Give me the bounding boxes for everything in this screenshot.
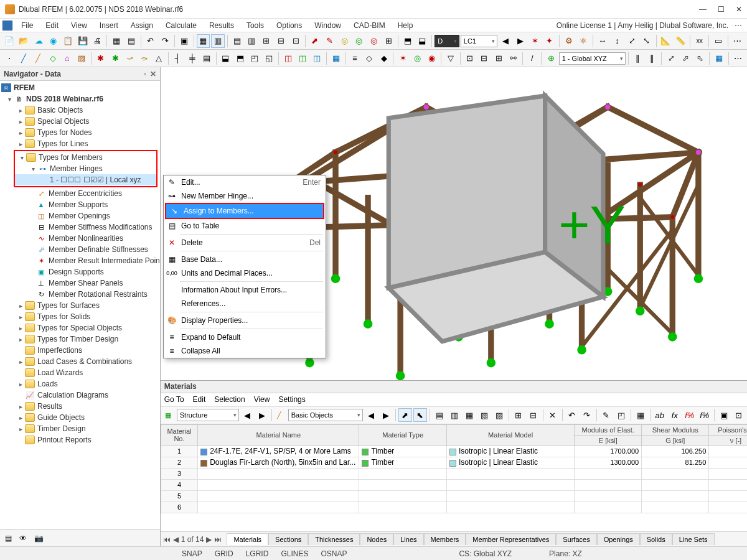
menu-tools[interactable]: Tools — [240, 20, 270, 31]
tree-design-supports[interactable]: Design Supports — [49, 268, 104, 276]
tab-members[interactable]: Members — [424, 533, 466, 545]
t2-e-icon[interactable]: ⌂ — [60, 52, 73, 65]
tree-member-stiffness[interactable]: Member Stiffness Modifications — [49, 223, 153, 231]
cm-new-hinge[interactable]: ⊶New Member Hinge... — [164, 189, 326, 203]
select1-icon[interactable]: ⬈ — [308, 34, 322, 48]
sb-glines[interactable]: GLINES — [277, 549, 312, 558]
mat-menu-edit[interactable]: Edit — [193, 395, 206, 404]
t2-x-icon[interactable]: ◇ — [363, 52, 376, 65]
t2-u-icon[interactable]: ◫ — [311, 52, 324, 65]
mat-d-icon[interactable]: ▥ — [448, 408, 461, 422]
tree-types-timber[interactable]: Types for Timber Design — [37, 335, 118, 343]
tree-types-special[interactable]: Types for Special Objects — [37, 324, 122, 332]
t2-l-icon[interactable]: ┤ — [171, 52, 184, 65]
lc-next-icon[interactable]: ▶ — [514, 34, 527, 48]
tree-member-resint[interactable]: Member Result Intermediate Poin — [49, 256, 160, 265]
menu-options[interactable]: Options — [270, 20, 308, 31]
axis-y-icon[interactable]: ↕ — [611, 34, 624, 48]
close-button[interactable]: ✕ — [736, 5, 742, 14]
sb-grid[interactable]: GRID — [211, 549, 237, 558]
table-row[interactable]: 5 — [161, 490, 747, 502]
t2-p-icon[interactable]: ⬒ — [233, 52, 247, 65]
tabs-next-icon[interactable]: ▶ — [206, 535, 212, 544]
select6-icon[interactable]: ⊞ — [382, 34, 395, 48]
lc-prev-icon[interactable]: ◀ — [499, 34, 512, 48]
table-row[interactable]: 4 — [161, 479, 747, 490]
copy-icon[interactable]: 📋 — [62, 34, 75, 48]
menu-edit[interactable]: Edit — [39, 20, 65, 31]
tree-guide-objects[interactable]: Guide Objects — [37, 413, 85, 422]
xx-icon[interactable]: xx — [693, 34, 707, 48]
mat-u-icon[interactable]: ⊡ — [732, 408, 746, 422]
cm-collapse[interactable]: ≡Collapse All — [164, 344, 326, 358]
lc-combo[interactable]: LC1 — [461, 35, 497, 47]
tree-imperfections[interactable]: Imperfections — [37, 346, 82, 355]
t2-hh-icon[interactable]: / — [525, 52, 538, 65]
tree-types-members[interactable]: Types for Members — [39, 153, 103, 162]
t2-b-icon[interactable]: ╱ — [17, 52, 30, 65]
menu-cadbim[interactable]: CAD-BIM — [347, 20, 392, 31]
tree-member-supports[interactable]: Member Supports — [49, 200, 108, 209]
tab-surfaces[interactable]: Surfaces — [556, 533, 596, 545]
menu-view[interactable]: View — [65, 20, 93, 31]
tree-member-shear[interactable]: Member Shear Panels — [49, 279, 123, 287]
mat-combo-structure[interactable]: Structure — [177, 409, 239, 421]
measure2-icon[interactable]: 📏 — [674, 34, 687, 48]
tree-calc-diagrams[interactable]: Calculation Diagrams — [37, 391, 108, 399]
menu-help[interactable]: Help — [392, 20, 420, 31]
calc1-icon[interactable]: ⚙ — [562, 34, 576, 48]
tree-timber-design[interactable]: Timber Design — [37, 424, 86, 433]
nav-restore-icon[interactable]: ▫ — [143, 70, 146, 78]
menu-calculate[interactable]: Calculate — [159, 20, 203, 31]
tree-special-objects[interactable]: Special Objects — [37, 117, 89, 126]
axis-x-icon[interactable]: ↔ — [596, 34, 609, 48]
t2-ff-icon[interactable]: ⊞ — [492, 52, 505, 65]
t2-ll-icon[interactable]: ⬀ — [679, 52, 692, 65]
mat-f-icon[interactable]: ▧ — [477, 408, 491, 422]
cm-base-data[interactable]: ▦Base Data... — [164, 253, 326, 266]
t2-h-icon[interactable]: ✱ — [108, 52, 121, 65]
more-icon[interactable]: ⋯ — [731, 34, 745, 48]
t2-s-icon[interactable]: ◫ — [281, 52, 294, 65]
tree-types-nodes[interactable]: Types for Nodes — [37, 128, 92, 137]
th-poisson-unit[interactable]: ν [-] — [709, 435, 747, 446]
menu-window[interactable]: Window — [308, 20, 347, 31]
navigator-tree[interactable]: RRFEM ▾🗎NDS 2018 Webinar.rf6 ▸Basic Obje… — [0, 81, 160, 529]
t2-n-icon[interactable]: ▤ — [200, 52, 213, 65]
t2-k-icon[interactable]: △ — [152, 52, 165, 65]
th-model[interactable]: Material Model — [446, 424, 574, 446]
t2-bb-icon[interactable]: ◉ — [425, 52, 438, 65]
tree-basic-objects[interactable]: Basic Objects — [37, 106, 83, 114]
table-row[interactable]: 6 — [161, 502, 747, 513]
t2-a-icon[interactable]: ⋅ — [2, 52, 16, 65]
mat-k-icon[interactable]: ↶ — [565, 408, 579, 422]
tab-solids[interactable]: Solids — [640, 533, 672, 545]
mat-o-icon[interactable]: ▦ — [634, 408, 647, 422]
table-row[interactable]: 2 Douglas Fir-Larch (North), 5inx5in and… — [161, 457, 747, 468]
select5-icon[interactable]: ◎ — [367, 34, 381, 48]
mat-q-icon[interactable]: fx — [668, 408, 682, 422]
th-name[interactable]: Material Name — [198, 424, 359, 446]
coord-system-combo[interactable]: 1 - Global XYZ — [559, 52, 626, 65]
table-row[interactable]: 1 24F-1.7E, 24F-V1, SP/SP, 4 or More Lam… — [161, 446, 747, 457]
cm-units[interactable]: 0,00Units and Decimal Places... — [164, 266, 326, 280]
mat-h-icon[interactable]: ⊞ — [512, 408, 525, 422]
t2-coord-icon[interactable]: ⊕ — [544, 52, 557, 65]
t2-mm-icon[interactable]: ⬁ — [693, 52, 707, 65]
th-no[interactable]: Material No. — [161, 424, 197, 446]
nav-data-icon[interactable]: ▤ — [5, 534, 12, 543]
tree-printout[interactable]: Printout Reports — [37, 436, 92, 444]
mat-r-icon[interactable]: f% — [683, 408, 697, 422]
tree-types-lines[interactable]: Types for Lines — [37, 139, 88, 148]
t2-f-icon[interactable]: ▨ — [75, 52, 88, 65]
t2-aa-icon[interactable]: ◎ — [411, 52, 424, 65]
mat-g-icon[interactable]: ▨ — [492, 408, 506, 422]
tree-member-ecc[interactable]: Member Eccentricities — [49, 189, 122, 198]
th-modE[interactable]: Modulus of Elast. — [575, 424, 642, 435]
menu-insert[interactable]: Insert — [93, 20, 125, 31]
mat-next-icon[interactable]: ▶ — [255, 408, 269, 422]
th-poisson[interactable]: Poisson's R — [709, 424, 747, 435]
menu-file[interactable]: File — [15, 20, 39, 31]
t2-r-icon[interactable]: ◱ — [263, 52, 276, 65]
t2-z-icon[interactable]: ✶ — [396, 52, 409, 65]
